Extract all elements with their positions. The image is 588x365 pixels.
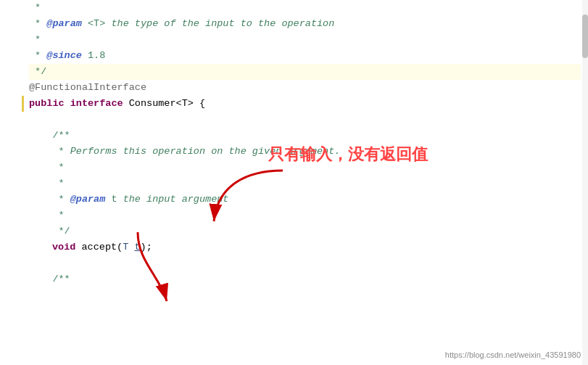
code-content: * * @param <T> the type of the input to … (22, 0, 588, 365)
code-token: * (29, 48, 46, 64)
code-line: * (29, 208, 581, 223)
arrow-icon-2 (116, 225, 189, 312)
code-token: @param (70, 192, 106, 208)
code-token: * (29, 32, 41, 48)
code-line: * @param <T> the type of the input to th… (29, 16, 581, 32)
code-token: 1.8 (82, 48, 105, 64)
watermark: https://blog.csdn.net/weixin_43591980 (445, 350, 581, 359)
code-token: interface (70, 96, 123, 112)
code-line: * (29, 176, 581, 192)
code-token: * (29, 0, 41, 16)
code-token: * (29, 192, 70, 208)
code-line: */ (29, 223, 581, 239)
code-token: @FunctionalInterface (29, 80, 146, 96)
code-line: * (29, 0, 581, 16)
code-token: /** (29, 128, 70, 144)
code-line (29, 255, 581, 271)
code-token: * (29, 208, 65, 223)
code-editor: * * @param <T> the type of the input to … (0, 0, 588, 365)
code-token (65, 96, 70, 112)
code-token: the type of the input to the operation (111, 16, 334, 32)
code-token: Consumer<T> { (123, 96, 205, 112)
code-line: * @param t the input argument (29, 192, 581, 208)
code-line-highlighted: */ (29, 64, 581, 80)
chinese-annotation: 只有输入，没有返回值 (268, 144, 428, 165)
arrow-icon-1 (203, 163, 290, 236)
code-line: /** (29, 128, 581, 144)
code-line: /** (29, 271, 581, 287)
code-token: * (29, 16, 46, 32)
code-token: * (29, 176, 65, 192)
code-line-method: void accept(T t); (29, 239, 581, 255)
code-token: void (52, 239, 75, 255)
code-token: public (29, 96, 65, 112)
code-token: @param (46, 16, 82, 32)
code-token: <T> (82, 16, 112, 32)
code-line: * (29, 32, 581, 48)
code-token: */ (29, 64, 46, 80)
code-token: /** (29, 271, 70, 287)
code-line: @FunctionalInterface (29, 80, 581, 96)
code-token: * (29, 160, 65, 176)
code-token: * (29, 144, 70, 160)
code-token: t (105, 192, 123, 208)
code-line: * @since 1.8 (29, 48, 581, 64)
code-line-interface: public interface Consumer<T> { (29, 96, 581, 112)
code-line (29, 112, 581, 128)
code-token: */ (29, 223, 70, 239)
code-token: @since (46, 48, 82, 64)
